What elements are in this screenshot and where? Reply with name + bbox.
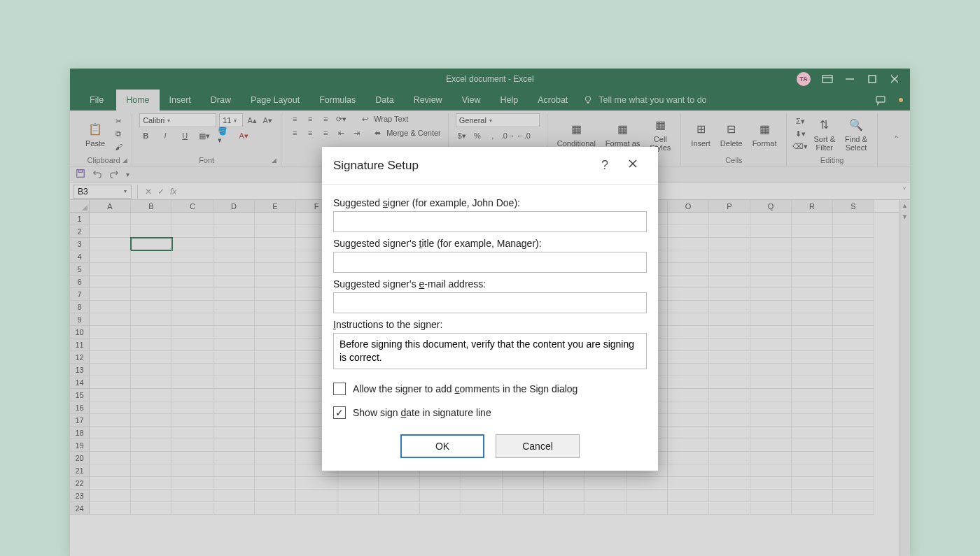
minimize-button[interactable] <box>844 73 855 85</box>
instructions-label: Instructions to the signer: <box>333 319 647 330</box>
show-date-checkbox[interactable]: ✓ Show sign date in signature line <box>333 406 647 419</box>
allow-comments-label: Allow the signer to add comments in the … <box>353 383 578 394</box>
signature-setup-dialog: Signature Setup ? Suggested signer (for … <box>322 147 658 471</box>
svg-rect-2 <box>869 76 876 83</box>
maximize-button[interactable] <box>867 73 878 85</box>
suggested-email-input[interactable] <box>333 292 647 313</box>
checkbox-checked-icon: ✓ <box>333 406 346 419</box>
show-date-label: Show sign date in signature line <box>353 407 491 418</box>
suggested-title-input[interactable] <box>333 252 647 273</box>
dialog-close-button[interactable] <box>619 158 647 173</box>
suggested-signer-label: Suggested signer (for example, John Doe)… <box>333 197 647 208</box>
close-button[interactable] <box>889 73 900 85</box>
allow-comments-checkbox[interactable]: Allow the signer to add comments in the … <box>333 383 647 395</box>
close-icon <box>627 158 638 169</box>
dialog-title: Signature Setup <box>333 159 419 173</box>
suggested-signer-input[interactable] <box>333 211 647 232</box>
ok-button[interactable]: OK <box>400 434 484 458</box>
svg-rect-0 <box>822 76 832 83</box>
cancel-button[interactable]: Cancel <box>496 434 580 458</box>
suggested-email-label: Suggested signer's e-mail address: <box>333 278 647 290</box>
suggested-title-label: Suggested signer's title (for example, M… <box>333 238 647 249</box>
ribbon-display-options-icon[interactable] <box>822 73 833 85</box>
instructions-textarea[interactable] <box>333 333 647 369</box>
account-avatar[interactable]: TA <box>797 72 811 86</box>
dialog-help-button[interactable]: ? <box>591 158 619 173</box>
checkbox-unchecked-icon <box>333 383 346 395</box>
